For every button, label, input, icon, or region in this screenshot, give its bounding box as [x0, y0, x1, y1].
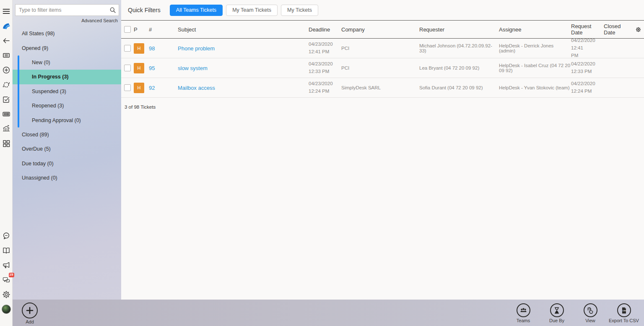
header-closed-date[interactable]: Closed Date: [604, 23, 634, 36]
tickets-count-summary: 3 of 98 Tickets: [121, 98, 644, 110]
csv-file-icon: CSV: [617, 303, 631, 317]
back-arrow-icon[interactable]: [2, 36, 11, 45]
hamburger-menu-icon[interactable]: [2, 7, 11, 16]
ticket-subject-link[interactable]: Phone problem: [178, 45, 215, 52]
ticket-request-date: 04/22/202012:24 PM: [571, 80, 604, 95]
avatar-image: [2, 305, 11, 314]
tab-my-team-tickets[interactable]: My Team Tickets: [226, 5, 278, 16]
priority-badge: H: [134, 83, 144, 93]
ticket-row[interactable]: H 92 Mailbox access 04/23/202012:24 PM S…: [121, 78, 644, 98]
teams-button-label: Teams: [517, 318, 530, 323]
grid-apps-icon[interactable]: [2, 139, 11, 148]
app-window: 25 Advanced Search All States: [0, 0, 644, 326]
ticket-request-date: 04/22/2020 12:41PM: [571, 37, 604, 59]
sidebar-item-pending-approval[interactable]: Pending Approval (0): [13, 113, 121, 127]
ticket-number-link[interactable]: 95: [149, 65, 155, 71]
filter-search-input[interactable]: [16, 7, 107, 13]
ticket-row[interactable]: H 95 slow system 04/23/202012:33 PM PCI …: [121, 58, 644, 78]
quick-filters-label: Quick Filters: [128, 7, 161, 13]
toolbar-action-group: Teams Due By: [506, 303, 641, 323]
export-csv-button[interactable]: CSV Export To CSV: [607, 303, 641, 323]
header-number[interactable]: #: [147, 26, 178, 33]
ticket-deadline: 04/23/202012:24 PM: [309, 80, 341, 95]
view-button[interactable]: View: [574, 303, 607, 323]
header-request-date[interactable]: Request Date: [571, 23, 604, 36]
priority-badge: H: [134, 63, 144, 73]
barcode-icon[interactable]: [2, 110, 11, 119]
knowledge-book-icon[interactable]: [2, 246, 11, 255]
ticket-subject-link[interactable]: Mailbox access: [178, 85, 215, 91]
left-icon-rail: 25: [0, 0, 13, 326]
due-by-button-label: Due By: [549, 318, 564, 323]
bank-icon[interactable]: [2, 124, 11, 133]
quick-filters-row: Quick Filters All Teams Tickets My Team …: [121, 0, 644, 20]
add-button[interactable]: Add: [22, 303, 38, 324]
sidebar-item-unassigned[interactable]: Unassigned (0): [13, 171, 121, 185]
states-sidebar: Advanced Search All States (98) Opened (…: [13, 0, 121, 300]
export-csv-button-label: Export To CSV: [609, 318, 639, 323]
sidebar-item-due-today[interactable]: Due today (0): [13, 156, 121, 171]
tab-all-teams-tickets[interactable]: All Teams Tickets: [170, 5, 223, 16]
ticket-row[interactable]: H 98 Phone problem 04/23/202012:41 PM PC…: [121, 39, 644, 58]
sidebar-item-all-states[interactable]: All States (98): [13, 26, 121, 41]
sidebar-item-closed[interactable]: Closed (89): [13, 128, 121, 142]
row-checkbox[interactable]: [124, 45, 131, 52]
header-assignee[interactable]: Assignee: [499, 26, 571, 33]
content-row: Advanced Search All States (98) Opened (…: [13, 0, 644, 300]
plus-icon: [22, 303, 38, 318]
ticket-request-date: 04/22/202012:33 PM: [571, 60, 604, 76]
column-settings-gear-icon[interactable]: [635, 26, 641, 33]
advanced-search-link[interactable]: Advanced Search: [13, 16, 121, 24]
row-checkbox[interactable]: [124, 84, 131, 91]
ticket-company: PCI: [341, 46, 419, 51]
add-button-label: Add: [26, 319, 34, 324]
ticket-number-link[interactable]: 92: [149, 85, 155, 91]
header-company[interactable]: Company: [341, 26, 419, 33]
add-circle-icon[interactable]: [2, 65, 11, 75]
ticket-company: SimplyDesk SARL: [341, 85, 419, 90]
app-logo-icon[interactable]: [2, 21, 11, 31]
teams-button[interactable]: Teams: [506, 303, 540, 323]
sidebar-item-in-progress[interactable]: In Progress (3): [13, 70, 121, 84]
row-checkbox[interactable]: [124, 65, 131, 71]
sidebar-item-overdue[interactable]: OverDue (5): [13, 142, 121, 156]
tab-my-tickets[interactable]: My Tickets: [281, 5, 318, 16]
megaphone-icon[interactable]: [2, 261, 11, 270]
chat-icon[interactable]: 25: [2, 275, 11, 284]
svg-text:CSV: CSV: [623, 310, 626, 312]
sidebar-item-suspended[interactable]: Suspended (3): [13, 84, 121, 99]
select-all-checkbox[interactable]: [124, 26, 131, 33]
bottom-toolbar: Add Teams: [13, 300, 644, 326]
settings-gear-icon[interactable]: [2, 290, 11, 299]
header-deadline[interactable]: Deadline: [309, 26, 341, 33]
ticket-subject-link[interactable]: slow system: [178, 65, 208, 71]
ticket-deadline: 04/23/202012:41 PM: [309, 41, 341, 56]
hourglass-icon: [550, 303, 564, 317]
header-subject[interactable]: Subject: [178, 26, 309, 33]
header-requester[interactable]: Requester: [419, 26, 499, 33]
sidebar-item-opened[interactable]: Opened (9): [13, 41, 121, 55]
sync-icon[interactable]: [2, 80, 11, 89]
sidebar-item-new[interactable]: New (0): [13, 55, 121, 70]
view-button-label: View: [585, 318, 595, 323]
ticket-assignee: HelpDesk - Isabel Cruz (04 72 20 09 92): [499, 63, 571, 73]
table-header-row: P # Subject Deadline Company Requester A…: [121, 20, 644, 39]
search-icon[interactable]: [107, 5, 119, 16]
ticket-number-link[interactable]: 98: [149, 45, 155, 52]
ticket-requester: Lea Bryant (04 72 20 09 92): [419, 65, 499, 70]
opened-children-indicator: [18, 55, 19, 128]
ticket-requester: Sofia Durant (04 72 20 09 92): [419, 85, 499, 90]
chat-notification-badge: 25: [9, 273, 14, 277]
task-check-icon[interactable]: [2, 95, 11, 104]
due-by-button[interactable]: Due By: [540, 303, 574, 323]
state-filter-list: All States (98) Opened (9) New (0) In Pr…: [13, 26, 121, 185]
right-column: Advanced Search All States (98) Opened (…: [13, 0, 644, 326]
comment-icon[interactable]: [2, 231, 11, 240]
ticket-requester: Michael Johnson (04.72.20.09.92-33): [419, 43, 499, 53]
header-priority[interactable]: P: [134, 26, 147, 33]
sidebar-item-reopened[interactable]: Reopened (3): [13, 99, 121, 113]
ticket-deadline: 04/23/202012:33 PM: [309, 60, 341, 76]
user-avatar[interactable]: [2, 305, 11, 314]
ticket-icon[interactable]: [2, 51, 11, 60]
teams-people-icon: [517, 303, 530, 317]
